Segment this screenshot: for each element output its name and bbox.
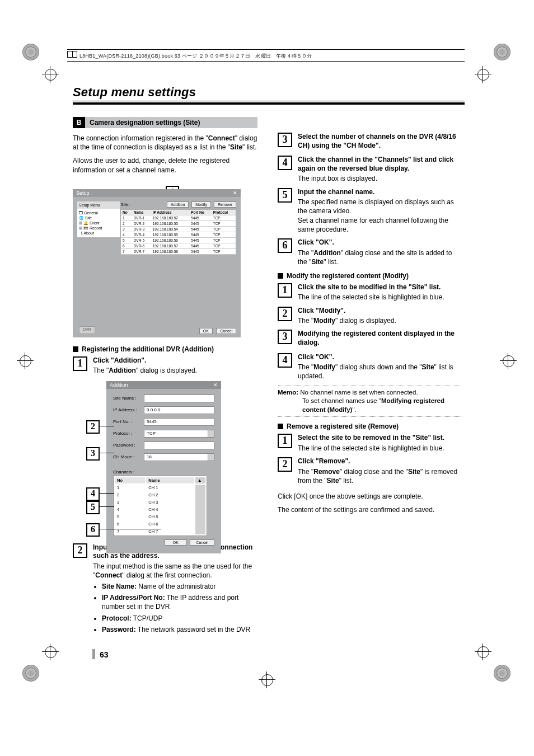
step-number: 1 [278,434,292,448]
table-row: 4DVR-4192.168.100.555445TCP [121,232,236,237]
remove-button[interactable]: Remove [214,201,236,208]
callout-lead [99,453,114,453]
reg-mark-icon [22,665,39,682]
step-number: 4 [278,353,292,368]
modify-step-2: 2 Click "Modify". The "Modify" dialog is… [278,307,462,326]
step-6: 6 Click "OK". The "Addition" dialog clos… [278,238,462,266]
table-row: 4CH 4 [115,506,205,513]
callout-lead [99,493,114,494]
crosshair-icon [42,644,59,660]
dialog-title: Addition [110,382,128,388]
crosshair-icon [475,66,491,83]
cancel-button[interactable]: Cancel [190,539,214,546]
callout-lead [99,506,114,507]
chmode-select[interactable]: 16 [144,453,214,461]
port-input[interactable]: 5445 [144,418,214,426]
reg-mark-icon [22,44,39,60]
crosshair-icon [42,66,59,83]
table-row: 3DVR-3192.168.100.545445TCP [121,226,236,232]
remove-step-1: 1 Select the site to be removed in the "… [278,434,462,453]
dvr-button[interactable]: DVR [79,326,95,334]
crosshair-icon [475,644,491,660]
callout-6: 6 [86,523,100,537]
table-row: 6CH 6 [115,521,205,527]
step-5: 5 Input the channel name. The specified … [278,188,462,234]
intro-paragraph-2: Allows the user to add, change, delete t… [73,156,257,174]
step-number: 1 [73,356,87,371]
page-title: Setup menu settings [73,85,465,105]
table-row: 2DVR-2192.168.100.535445TCP [121,220,236,226]
subhead-modify: Modify the registered content (Modify) [278,272,462,280]
cancel-button[interactable]: Cancel [216,328,236,334]
password-input[interactable] [144,442,214,449]
tail-text: The content of the settings are confirme… [278,505,462,514]
table-row: 7DVR-7192.168.100.585445TCP [121,248,236,254]
site-table[interactable]: No Name IP Address Port No Protocol 1DVR… [121,210,236,255]
callout-4: 4 [86,487,100,501]
callout-2: 2 [86,420,100,434]
close-icon[interactable]: ✕ [213,382,218,388]
ok-button[interactable]: OK [165,539,187,546]
page-number: 63 [92,649,109,659]
sitename-input[interactable] [144,395,214,402]
modify-step-1: 1 Click the site to be modified in the "… [278,283,462,302]
step-2: 2 Input the information necessary to the… [73,543,257,639]
ok-button[interactable]: OK [199,328,213,334]
figure-addition-dialog: Addition✕ Site Name : IP Address :0.0.0.… [106,381,221,553]
crosshair-icon [500,353,517,369]
subhead-register: Registering the additional DVR (Addition… [73,345,257,353]
step-number: 4 [278,156,292,170]
ip-input[interactable]: 0.0.0.0 [144,406,214,414]
table-row: 6DVR-6192.168.100.575445TCP [121,243,236,248]
memo-box: Memo: No channel name is set when connec… [278,386,462,417]
table-row: 5DVR-5192.168.100.565445TCP [121,237,236,243]
section-letter: B [73,117,85,128]
print-header: L8HB1_WA(DSR-2116_2108)(GB).book 63 ページ … [67,49,465,62]
addition-button[interactable]: Addition [167,201,189,208]
book-icon [67,51,77,58]
table-row: 1CH 1 [115,485,205,491]
close-icon[interactable]: ✕ [233,190,237,196]
reg-mark-icon [494,665,510,682]
header-text: L8HB1_WA(DSR-2116_2108)(GB).book 63 ページ … [79,53,312,59]
table-row: 3CH 3 [115,499,205,505]
callout-lead [99,426,114,426]
section-header: B Camera designation settings (Site) [73,117,257,128]
tail-text: Click [OK] once the above settings are c… [278,492,462,501]
step-3: 3 Select the number of channels on the D… [278,133,462,151]
table-row: 1DVR-1192.168.100.525445TCP [121,215,236,220]
callout-3: 3 [86,447,100,461]
modify-step-3: 3 Modifying the registered content displ… [278,330,462,348]
step-number: 6 [278,238,292,253]
modify-button[interactable]: Modify [191,201,211,208]
step-number: 3 [278,133,292,147]
remove-step-2: 2 Click "Remove". The "Remove" dialog cl… [278,457,462,485]
setup-tree[interactable]: Setup Menu 🗔 General 🌐 Site ⊞ 🔔 Event ⊞ … [77,201,120,238]
step-number: 3 [278,330,292,344]
callout-5: 5 [86,501,100,514]
crosshair-icon [259,672,275,688]
step-4: 4 Click the channel in the "Channels" li… [278,156,462,183]
site-label: Site : [121,203,130,206]
figure-setup-dialog: Setup✕ Setup Menu 🗔 General 🌐 Site ⊞ 🔔 E… [73,189,241,337]
callout-lead [99,529,161,529]
channels-table[interactable]: NoName▲ 1CH 1 2CH 2 3CH 3 4CH 4 5CH 5 6C… [113,476,207,536]
step-number: 2 [73,543,87,558]
modify-step-4: 4 Click "OK". The "Modify" dialog shuts … [278,353,462,381]
intro-paragraph: The connection information registered in… [73,134,257,152]
subhead-remove: Remove a registered site (Remove) [278,422,462,430]
section-label: Camera designation settings (Site) [90,119,200,126]
step-number: 2 [278,457,292,472]
field-list: Site Name: Name of the administrator IP … [93,582,257,634]
table-row: 5CH 5 [115,514,205,520]
step-number: 2 [278,307,292,321]
reg-mark-icon [494,44,510,60]
dialog-title: Setup [76,190,90,196]
step-number: 5 [278,188,292,203]
step-1: 1 Click "Addition". The "Addition" dialo… [73,356,257,375]
step-number: 1 [278,283,292,298]
protocol-select[interactable]: TCP [144,430,214,438]
crosshair-icon [17,353,34,369]
table-row: 2CH 2 [115,492,205,498]
